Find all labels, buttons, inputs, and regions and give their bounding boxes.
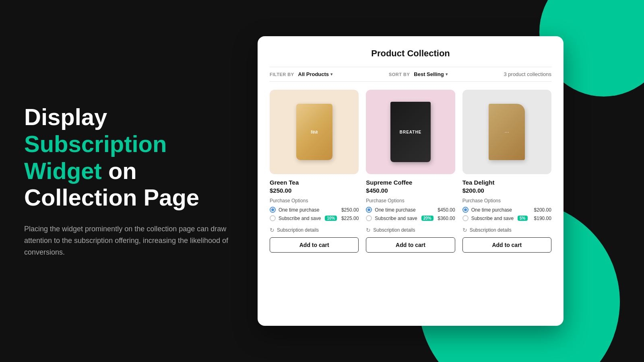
tea-delight-one-time-row: One time purchase $200.00 (462, 207, 551, 213)
delight-product-image (489, 104, 525, 160)
green-tea-subscription-details[interactable]: ↻ Subscription details (270, 227, 359, 233)
tea-delight-subscribe-label: Subscribe and save (471, 216, 514, 221)
supreme-coffee-subscription-details[interactable]: ↻ Subscription details (366, 227, 455, 233)
tea-delight-price: $200.00 (462, 187, 551, 194)
filter-label: FILTER BY (270, 72, 294, 77)
products-grid: Green Tea $250.00 Purchase Options One t… (270, 90, 551, 253)
tea-delight-one-time-label: One time purchase (471, 207, 512, 213)
supreme-coffee-subscribe-price: $360.00 (438, 216, 455, 221)
filter-value: All Products (298, 71, 329, 77)
tea-delight-subscribe-radio[interactable] (462, 215, 469, 221)
product-card-tea-delight: Tea Delight $200.00 Purchase Options One… (462, 90, 551, 253)
tea-delight-subscribe-row: Subscribe and save 5% $190.00 (462, 215, 551, 221)
supreme-coffee-subscribe-radio[interactable] (366, 215, 372, 221)
tea-delight-one-time-radio[interactable] (462, 207, 469, 213)
tea-delight-sub-details-text: Subscription details (470, 227, 512, 233)
green-tea-subscribe-row: Subscribe and save 10% $225.00 (270, 215, 359, 221)
green-tea-price: $250.00 (270, 187, 359, 194)
tea-product-image (296, 104, 332, 160)
supreme-coffee-price: $450.00 (366, 187, 455, 194)
green-tea-one-time-label: One time purchase (279, 207, 319, 213)
sort-dropdown[interactable]: Best Selling ▾ (414, 71, 447, 77)
product-image-tea-delight (462, 90, 551, 174)
supreme-coffee-subscribe-row: Subscribe and save 20% $360.00 (366, 215, 455, 221)
subscription-cycle-icon-2: ↻ (366, 227, 371, 233)
filter-dropdown[interactable]: All Products ▾ (298, 71, 333, 77)
tea-delight-subscribe-left: Subscribe and save 5% (462, 215, 528, 221)
hero-title-accent: Subscription Widget (24, 131, 167, 184)
tea-delight-name: Tea Delight (462, 179, 551, 186)
supreme-coffee-sub-details-text: Subscription details (373, 227, 415, 233)
green-tea-subscribe-radio[interactable] (270, 215, 276, 221)
green-tea-add-to-cart[interactable]: Add to cart (270, 237, 359, 253)
product-image-supreme-coffee (366, 90, 455, 174)
green-tea-purchase-label: Purchase Options (270, 198, 359, 204)
product-collection-card: Product Collection FILTER BY All Product… (258, 36, 564, 326)
filter-chevron-icon: ▾ (330, 72, 332, 76)
sort-label: SORT BY (389, 72, 410, 77)
tea-delight-subscription-details[interactable]: ↻ Subscription details (462, 227, 551, 233)
tea-delight-purchase-label: Purchase Options (462, 198, 551, 204)
sort-value: Best Selling (414, 71, 444, 77)
green-tea-sub-details-text: Subscription details (277, 227, 319, 233)
green-tea-subscribe-price: $225.00 (341, 216, 359, 221)
supreme-coffee-save-badge: 20% (421, 216, 433, 221)
green-tea-one-time-row: One time purchase $250.00 (270, 207, 359, 213)
green-tea-subscribe-label: Subscribe and save (279, 216, 321, 221)
coffee-product-image (390, 102, 431, 162)
supreme-coffee-one-time-radio[interactable] (366, 207, 372, 213)
hero-panel: Display Subscription Widget on Collectio… (24, 0, 250, 362)
tea-delight-subscribe-price: $190.00 (534, 216, 551, 221)
supreme-coffee-subscribe-left: Subscribe and save 20% (366, 215, 433, 221)
filter-sort-bar: FILTER BY All Products ▾ SORT BY Best Se… (270, 67, 551, 82)
product-card-green-tea: Green Tea $250.00 Purchase Options One t… (270, 90, 359, 253)
green-tea-one-time-left: One time purchase (270, 207, 319, 213)
tea-delight-one-time-price: $200.00 (534, 207, 551, 213)
hero-description: Placing the widget prominently on the co… (24, 223, 233, 258)
green-tea-name: Green Tea (270, 179, 359, 186)
supreme-coffee-one-time-row: One time purchase $450.00 (366, 207, 455, 213)
filter-group: FILTER BY All Products ▾ (270, 71, 332, 77)
green-tea-one-time-price: $250.00 (341, 207, 359, 213)
supreme-coffee-name: Supreme Coffee (366, 179, 455, 186)
supreme-coffee-one-time-label: One time purchase (375, 207, 415, 213)
supreme-coffee-one-time-price: $450.00 (438, 207, 455, 213)
supreme-coffee-purchase-label: Purchase Options (366, 198, 455, 204)
tea-delight-add-to-cart[interactable]: Add to cart (462, 237, 551, 253)
supreme-coffee-add-to-cart[interactable]: Add to cart (366, 237, 455, 253)
green-tea-subscribe-left: Subscribe and save 10% (270, 215, 337, 221)
product-image-green-tea (270, 90, 359, 174)
hero-title: Display Subscription Widget on Collectio… (24, 104, 250, 211)
green-tea-save-badge: 10% (325, 216, 337, 221)
supreme-coffee-one-time-left: One time purchase (366, 207, 415, 213)
subscription-cycle-icon-3: ↻ (462, 227, 467, 233)
collection-title: Product Collection (270, 48, 551, 59)
tea-delight-save-badge: 5% (518, 216, 527, 221)
product-count: 3 product collections (504, 71, 551, 77)
green-tea-one-time-radio[interactable] (270, 207, 276, 213)
sort-group: SORT BY Best Selling ▾ (389, 71, 448, 77)
product-card-supreme-coffee: Supreme Coffee $450.00 Purchase Options … (366, 90, 455, 253)
hero-title-part1: Display (24, 104, 107, 130)
tea-delight-one-time-left: One time purchase (462, 207, 512, 213)
sort-chevron-icon: ▾ (446, 72, 448, 76)
subscription-cycle-icon: ↻ (270, 227, 275, 233)
supreme-coffee-subscribe-label: Subscribe and save (375, 216, 417, 221)
